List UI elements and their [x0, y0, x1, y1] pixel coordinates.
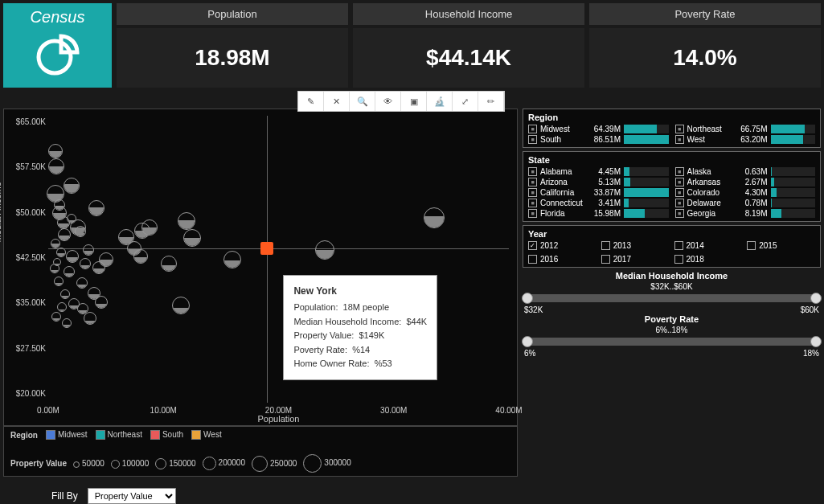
filter-card[interactable]: Connecticut3.41M	[528, 199, 669, 207]
panel-title: State	[528, 155, 815, 165]
legend-size[interactable]: 50000	[73, 459, 105, 468]
fillby-select[interactable]: Property Value	[88, 488, 176, 504]
data-point[interactable]	[315, 240, 334, 260]
pie-icon	[34, 30, 82, 78]
year-checkbox[interactable]: 2013	[601, 241, 670, 250]
kpi-value: 14.0%	[589, 28, 821, 88]
filter-card[interactable]: Delaware0.78M	[675, 199, 816, 207]
tooltip: New YorkPopulation: 18M peopleMedian Hou…	[283, 275, 437, 380]
year-checkbox[interactable]: 2014	[674, 241, 743, 250]
legend-region[interactable]: Northeast	[96, 430, 142, 440]
filter-card[interactable]: Arizona5.13M	[528, 178, 669, 186]
plot-area[interactable]	[48, 116, 509, 403]
range-slider[interactable]: Poverty Rate6%..18%6%18%	[523, 314, 821, 358]
data-point[interactable]	[172, 297, 190, 314]
year-checkbox[interactable]: 2017	[601, 255, 670, 264]
filter-card[interactable]: Colorado4.30M	[675, 188, 816, 197]
data-point[interactable]	[75, 226, 86, 237]
region-panel: Region Midwest64.39MNortheast66.75MSouth…	[523, 109, 821, 148]
filter-card[interactable]: Florida15.98M	[528, 209, 669, 218]
legend-size[interactable]: 200000	[203, 457, 245, 470]
data-point[interactable]	[54, 277, 64, 286]
data-point[interactable]	[141, 219, 158, 236]
data-point[interactable]	[76, 277, 88, 289]
kpi-label: Population	[117, 3, 348, 25]
filter-card[interactable]: Alabama4.45M	[528, 167, 669, 176]
data-point[interactable]	[80, 258, 91, 269]
data-point[interactable]	[51, 312, 61, 322]
pencil-icon[interactable]: ✏	[478, 92, 504, 111]
legend-region[interactable]: West	[191, 430, 222, 440]
zoom-icon[interactable]: 🔍	[350, 92, 375, 111]
data-point[interactable]	[64, 178, 80, 194]
fillby-label: Fill By	[51, 490, 78, 502]
legend-size[interactable]: 150000	[155, 458, 195, 469]
kpi-population: Population 18.98M	[117, 3, 348, 88]
data-point[interactable]	[77, 303, 88, 314]
filter-card[interactable]: Midwest64.39M	[528, 125, 669, 133]
legend-region[interactable]: South	[150, 430, 183, 440]
eraser-icon[interactable]: ✕	[324, 92, 350, 111]
data-point[interactable]	[83, 244, 94, 256]
data-point[interactable]	[62, 318, 72, 328]
eye-off-icon[interactable]: 👁	[375, 92, 401, 111]
filter-card[interactable]: Northeast66.75M	[675, 125, 816, 133]
legend-size[interactable]: 100000	[111, 459, 149, 469]
data-point[interactable]	[84, 312, 96, 325]
y-axis: $20.00K$27.50K$35.00K$42.50K$50.00K$57.5…	[7, 109, 47, 405]
filter-card[interactable]: South86.51M	[528, 135, 669, 144]
data-point[interactable]	[183, 229, 201, 247]
kpi-poverty: Poverty Rate 14.0%	[589, 3, 821, 88]
data-point[interactable]	[161, 256, 177, 272]
year-checkbox[interactable]: 2016	[528, 255, 596, 264]
data-point[interactable]	[64, 266, 75, 277]
data-point[interactable]	[56, 248, 66, 257]
data-point[interactable]	[223, 251, 241, 268]
data-point[interactable]	[53, 258, 61, 266]
data-point[interactable]	[48, 158, 64, 174]
expand-icon[interactable]: ⤢	[453, 92, 478, 111]
data-point[interactable]	[48, 144, 63, 158]
legend-size[interactable]: 300000	[303, 454, 351, 473]
year-panel: Year 2012201320142015201620172018	[523, 225, 821, 268]
data-point[interactable]	[51, 239, 60, 248]
state-panel: State Alabama4.45MAlaska0.63MArizona5.13…	[523, 151, 821, 222]
data-point[interactable]	[57, 302, 67, 312]
range-slider[interactable]: Median Household Income$32K..$60K$32K$60…	[523, 271, 821, 314]
kpi-income: Household Income $44.14K	[353, 3, 584, 88]
year-checkbox[interactable]: 2015	[747, 241, 815, 250]
data-point[interactable]	[95, 296, 108, 309]
legend-region[interactable]: Midwest	[46, 430, 88, 440]
filter-card[interactable]: Alaska0.63M	[675, 167, 816, 176]
microscope-icon[interactable]: 🔬	[427, 92, 453, 111]
data-point[interactable]	[92, 261, 105, 274]
x-axis: Population 0.00M10.00M20.00M30.00M40.00M	[48, 406, 509, 422]
data-point[interactable]	[66, 250, 79, 263]
data-point[interactable]	[88, 200, 105, 216]
chart-toolbar: ✎ ✕ 🔍 👁 ▣ 🔬 ⤢ ✏	[297, 91, 505, 112]
data-point[interactable]	[424, 207, 445, 228]
scatter-chart[interactable]: Median Income $20.00K$27.50K$35.00K$42.5…	[3, 109, 518, 426]
data-point[interactable]	[52, 206, 67, 220]
kpi-value: 18.98M	[117, 28, 348, 88]
kpi-value: $44.14K	[353, 28, 584, 88]
census-tile[interactable]: Census	[3, 3, 112, 88]
brush-icon[interactable]: ✎	[298, 92, 324, 111]
data-point[interactable]	[60, 289, 70, 299]
data-point[interactable]	[178, 212, 195, 230]
kpi-label: Household Income	[353, 3, 584, 25]
selected-point[interactable]	[260, 242, 273, 255]
legend: RegionMidwestNortheastSouthWest Property…	[3, 426, 518, 477]
year-checkbox[interactable]: 2018	[674, 255, 743, 264]
fit-icon[interactable]: ▣	[401, 92, 427, 111]
census-title: Census	[31, 8, 85, 27]
filter-card[interactable]: Georgia8.19M	[675, 209, 816, 218]
year-checkbox[interactable]: 2012	[528, 241, 596, 250]
legend-size[interactable]: 250000	[252, 456, 297, 472]
data-point[interactable]	[58, 228, 71, 241]
filter-card[interactable]: West63.20M	[675, 135, 816, 144]
filter-card[interactable]: Arkansas2.67M	[675, 178, 816, 186]
svg-point-0	[39, 41, 71, 73]
filter-card[interactable]: California33.87M	[528, 188, 669, 197]
data-point[interactable]	[133, 249, 148, 264]
